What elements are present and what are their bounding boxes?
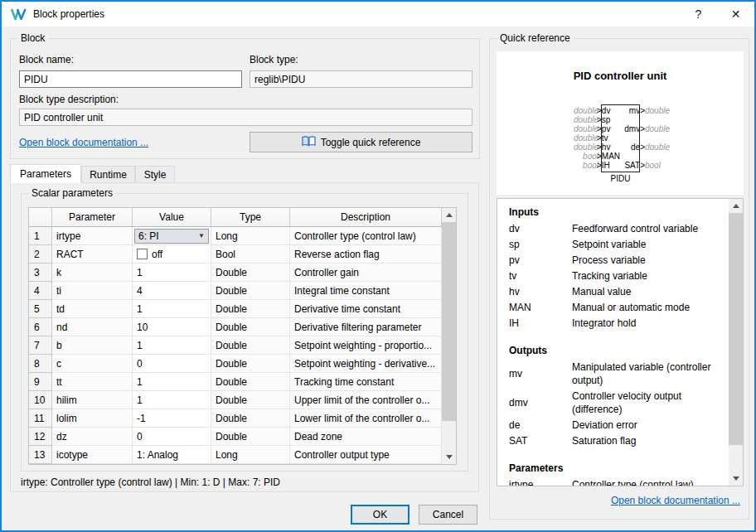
row-number: 12 bbox=[29, 428, 52, 446]
block-diagram: double double double double double bool … bbox=[497, 106, 744, 189]
scroll-up-icon[interactable] bbox=[729, 199, 743, 213]
row-number: 8 bbox=[29, 355, 52, 373]
type-cell: Double bbox=[211, 336, 290, 355]
port-type: double bbox=[497, 106, 598, 115]
table-row: 11 lolim -1 Double Lower limit of the co… bbox=[29, 409, 442, 428]
value-cell[interactable]: -1 bbox=[133, 409, 211, 428]
row-number: 7 bbox=[29, 336, 52, 355]
row-number: 4 bbox=[29, 282, 52, 300]
toggle-quick-reference-label: Toggle quick reference bbox=[321, 137, 421, 148]
block-type-description-field: PID controller unit bbox=[19, 109, 472, 126]
ract-checkbox[interactable] bbox=[137, 249, 148, 259]
table-row: 13 icotype 1: Analog Long Controller out… bbox=[29, 446, 442, 464]
description-cell: Upper limit of the controller o... bbox=[290, 391, 442, 409]
scroll-up-icon[interactable] bbox=[442, 208, 456, 222]
description-cell: Tracking time constant bbox=[290, 373, 442, 391]
value-cell[interactable]: 4 bbox=[133, 282, 211, 300]
table-header-row: Parameter Value Type Description bbox=[29, 208, 442, 227]
table-row: 6 nd 10 Double Derivative filtering para… bbox=[29, 318, 442, 336]
section-heading-parameters: Parameters bbox=[497, 450, 729, 478]
parameters-table: Parameter Value Type Description 1 irtyp… bbox=[28, 207, 457, 465]
block-name-caption: PIDU bbox=[601, 174, 640, 183]
window-title: Block properties bbox=[33, 8, 104, 20]
reference-scrollbar[interactable] bbox=[729, 199, 743, 486]
table-row: 8 c 0 Double Setpoint weighting - deriva… bbox=[29, 355, 442, 373]
parameter-cell: lolim bbox=[52, 409, 133, 428]
port-type: double bbox=[497, 143, 598, 152]
description-cell: Lower limit of the controller o... bbox=[290, 409, 442, 428]
irtype-dropdown[interactable]: 6: PI ▼ bbox=[134, 229, 209, 244]
value-cell[interactable]: 1 bbox=[133, 336, 211, 355]
value-cell[interactable]: 1: Analog bbox=[133, 446, 211, 464]
type-cell: Double bbox=[211, 428, 290, 446]
block-group-label: Block bbox=[17, 32, 48, 44]
corner-header-cell bbox=[29, 208, 52, 227]
open-block-documentation-link[interactable]: Open block documentation ... bbox=[19, 137, 148, 148]
type-cell: Double bbox=[211, 391, 290, 409]
value-cell[interactable]: 1 bbox=[133, 373, 211, 391]
chevron-down-icon: ▼ bbox=[198, 232, 205, 239]
block-group: Block Block name: PIDU Block type: regli… bbox=[10, 38, 480, 159]
type-cell: Double bbox=[211, 409, 290, 428]
table-row: 12 dz 0 Double Dead zone bbox=[29, 428, 442, 446]
book-icon bbox=[302, 136, 316, 149]
block-name-input[interactable]: PIDU bbox=[19, 70, 242, 88]
value-cell[interactable]: 1 bbox=[133, 391, 211, 409]
open-block-documentation-link-bottom[interactable]: Open block documentation ... bbox=[611, 495, 740, 506]
help-button[interactable]: ? bbox=[680, 2, 717, 27]
parameter-cell: dz bbox=[52, 428, 133, 446]
scroll-down-icon[interactable] bbox=[729, 472, 743, 486]
value-cell[interactable]: 10 bbox=[133, 318, 211, 336]
column-header-description[interactable]: Description bbox=[290, 208, 442, 227]
tab-runtime[interactable]: Runtime bbox=[81, 166, 135, 183]
description-cell: Setpoint weighting - proportio... bbox=[290, 336, 442, 355]
row-number: 1 bbox=[29, 227, 52, 245]
value-cell[interactable]: 0 bbox=[133, 355, 211, 373]
list-item: IHIntegrator hold bbox=[497, 317, 729, 330]
parameter-cell: hilim bbox=[52, 391, 133, 409]
parameter-cell: c bbox=[52, 355, 133, 373]
block-properties-dialog: Block properties ? ✕ Block Block name: P… bbox=[0, 0, 756, 532]
section-heading-outputs: Outputs bbox=[497, 332, 729, 360]
scroll-down-icon[interactable] bbox=[442, 450, 456, 464]
list-item: spSetpoint variable bbox=[497, 238, 729, 251]
ok-button[interactable]: OK bbox=[351, 505, 410, 525]
port-type: bool bbox=[497, 161, 598, 170]
type-cell: Long bbox=[211, 446, 290, 464]
scalar-parameters-group: Scalar parameters Parameter Value Type D… bbox=[21, 193, 468, 472]
parameter-cell: td bbox=[52, 300, 133, 318]
tab-style[interactable]: Style bbox=[135, 166, 175, 183]
parameter-status-text: irtype: Controller type (control law) | … bbox=[21, 476, 280, 488]
reference-list: Inputs dvFeedforward control variable sp… bbox=[497, 198, 744, 486]
type-cell: Double bbox=[211, 373, 290, 391]
row-number: 11 bbox=[29, 409, 52, 428]
cancel-button[interactable]: Cancel bbox=[419, 505, 477, 525]
table-scrollbar[interactable] bbox=[442, 208, 456, 464]
column-header-value[interactable]: Value bbox=[133, 208, 211, 227]
scrollbar-thumb[interactable] bbox=[729, 213, 743, 445]
input-port: >tv bbox=[602, 133, 640, 143]
row-number: 10 bbox=[29, 391, 52, 409]
scrollbar-thumb[interactable] bbox=[442, 222, 456, 421]
column-header-parameter[interactable]: Parameter bbox=[52, 208, 133, 227]
output-port: de> bbox=[602, 143, 640, 152]
close-button[interactable]: ✕ bbox=[717, 2, 754, 27]
toggle-quick-reference-button[interactable]: Toggle quick reference bbox=[250, 132, 472, 152]
title-bar[interactable]: Block properties ? ✕ bbox=[2, 2, 754, 27]
description-cell: Integral time constant bbox=[290, 282, 442, 300]
port-type: bool bbox=[645, 161, 736, 170]
scalar-parameters-label: Scalar parameters bbox=[28, 187, 116, 199]
list-item: deDeviation error bbox=[497, 418, 729, 432]
tab-parameters[interactable]: Parameters bbox=[10, 164, 81, 183]
port-type: double bbox=[497, 115, 598, 124]
value-cell[interactable]: 1 bbox=[133, 264, 211, 282]
value-cell[interactable]: 0 bbox=[133, 428, 211, 446]
list-item: mvManipulated variable (controller outpu… bbox=[497, 360, 729, 387]
column-header-type[interactable]: Type bbox=[211, 208, 290, 227]
block-type-label: Block type: bbox=[250, 54, 298, 65]
parameter-cell: b bbox=[52, 336, 133, 355]
parameter-cell: tt bbox=[52, 373, 133, 391]
parameters-tab-page: Scalar parameters Parameter Value Type D… bbox=[10, 182, 479, 492]
value-cell[interactable]: 1 bbox=[133, 300, 211, 318]
list-item: irtypeController type (control law) bbox=[497, 478, 729, 486]
